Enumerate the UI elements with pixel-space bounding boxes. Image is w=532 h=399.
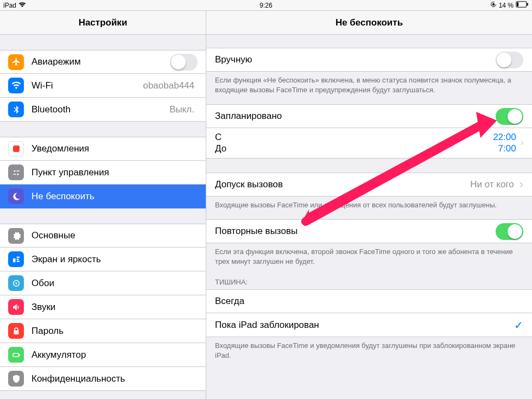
wifi-network-value: obaobab444 xyxy=(143,80,194,91)
status-bar: iPad 9:26 14 % xyxy=(0,0,532,11)
sidebar-item-airplane[interactable]: Авиарежим xyxy=(0,50,206,74)
sidebar-item-battery[interactable]: Аккумулятор xyxy=(0,343,206,367)
sidebar-item-label: Экран и яркость xyxy=(31,254,101,265)
sidebar-item-bluetooth[interactable]: Bluetooth Выкл. xyxy=(0,98,206,122)
sidebar-item-notifications[interactable]: Уведомления xyxy=(0,137,206,161)
manual-row[interactable]: Вручную xyxy=(206,48,532,72)
bluetooth-value: Выкл. xyxy=(169,104,194,115)
sidebar-item-label: Звуки xyxy=(31,302,55,313)
settings-sidebar: Настройки Авиарежим Wi-Fi obaobab444 xyxy=(0,11,206,399)
wifi-app-icon xyxy=(8,78,24,93)
manual-note: Если функция «Не беспокоить» включена, в… xyxy=(206,72,532,94)
svg-rect-8 xyxy=(13,174,16,175)
sidebar-item-label: Не беспокоить xyxy=(31,191,94,202)
manual-toggle[interactable] xyxy=(496,52,523,68)
repeated-calls-note: Если эта функция включена, второй звонок… xyxy=(206,243,532,266)
silence-always-label: Всегда xyxy=(215,296,244,307)
sidebar-item-label: Пункт управления xyxy=(31,167,109,178)
silence-header: ТИШИНА: xyxy=(206,278,532,289)
scheduled-toggle[interactable] xyxy=(496,108,523,125)
svg-point-7 xyxy=(17,173,18,175)
sidebar-item-privacy[interactable]: Конфиденциальность xyxy=(0,367,206,391)
battery-icon xyxy=(516,1,529,9)
notifications-icon xyxy=(8,141,24,157)
scheduled-row[interactable]: Запланировано xyxy=(206,104,532,128)
sidebar-item-label: Основные xyxy=(31,230,75,241)
sidebar-item-wallpaper[interactable]: Обои xyxy=(0,271,206,295)
moon-icon xyxy=(8,188,24,204)
svg-rect-12 xyxy=(13,353,19,357)
from-time: 22:00 xyxy=(493,131,516,143)
svg-point-11 xyxy=(15,282,17,284)
sidebar-title: Настройки xyxy=(0,11,206,35)
schedule-time-row[interactable]: С До 22:00 7:00 › xyxy=(206,128,532,159)
checkmark-icon: ✓ xyxy=(514,319,523,332)
detail-title: Не беспокоить xyxy=(206,11,532,35)
sidebar-item-general[interactable]: Основные xyxy=(0,224,206,248)
bluetooth-icon xyxy=(8,102,24,117)
sidebar-item-label: Bluetooth xyxy=(31,104,71,115)
allow-calls-note: Входящие вызовы FaceTime или сообщения о… xyxy=(206,197,532,210)
allow-calls-value: Ни от кого xyxy=(470,179,514,190)
sidebar-item-sounds[interactable]: Звуки xyxy=(0,295,206,319)
repeated-calls-toggle[interactable] xyxy=(496,223,523,240)
chevron-right-icon: › xyxy=(521,138,523,148)
battery-app-icon xyxy=(8,347,24,363)
airplane-toggle[interactable] xyxy=(170,54,198,71)
display-icon xyxy=(8,251,24,267)
sidebar-item-label: Авиарежим xyxy=(31,56,81,67)
sidebar-item-dnd[interactable]: Не беспокоить xyxy=(0,185,206,208)
svg-rect-13 xyxy=(19,354,20,356)
silence-locked-row[interactable]: Пока iPad заблокирован ✓ xyxy=(206,313,532,337)
status-time: 9:26 xyxy=(259,2,272,9)
svg-point-5 xyxy=(14,170,15,172)
sidebar-item-control-center[interactable]: Пункт управления xyxy=(0,161,206,185)
to-label: До xyxy=(215,143,226,154)
sidebar-item-label: Обои xyxy=(31,278,54,289)
chevron-right-icon: › xyxy=(520,179,523,191)
silence-note: Входящие вызовы FaceTime и уведомления б… xyxy=(206,337,532,360)
repeated-calls-row[interactable]: Повторные вызовы xyxy=(206,219,532,243)
wifi-icon xyxy=(18,2,26,9)
sidebar-item-wifi[interactable]: Wi-Fi obaobab444 xyxy=(0,74,206,98)
wallpaper-icon xyxy=(8,275,24,291)
svg-rect-3 xyxy=(517,2,518,7)
allow-calls-row[interactable]: Допуск вызовов Ни от кого › xyxy=(206,173,532,197)
device-label: iPad xyxy=(3,2,16,9)
scheduled-label: Запланировано xyxy=(215,111,282,122)
from-label: С xyxy=(215,131,226,143)
airplane-icon xyxy=(8,54,24,70)
sounds-icon xyxy=(8,299,24,315)
manual-label: Вручную xyxy=(215,54,252,65)
svg-rect-6 xyxy=(16,170,20,172)
sidebar-item-label: Конфиденциальность xyxy=(31,373,125,384)
lock-icon xyxy=(8,323,24,339)
repeated-calls-label: Повторные вызовы xyxy=(215,226,297,237)
orientation-lock-icon xyxy=(490,1,497,9)
control-center-icon xyxy=(8,164,24,180)
dnd-detail-pane: Не беспокоить Вручную Если функция «Не б… xyxy=(206,11,532,399)
svg-rect-2 xyxy=(527,3,528,5)
allow-calls-label: Допуск вызовов xyxy=(215,179,283,190)
battery-percent: 14 % xyxy=(499,2,514,9)
silence-always-row[interactable]: Всегда xyxy=(206,289,532,313)
silence-locked-label: Пока iPad заблокирован xyxy=(215,320,319,331)
gear-icon xyxy=(8,228,24,244)
sidebar-item-label: Уведомления xyxy=(31,143,89,154)
svg-rect-9 xyxy=(13,258,16,262)
to-time: 7:00 xyxy=(498,143,516,154)
sidebar-item-passcode[interactable]: Пароль xyxy=(0,319,206,343)
sidebar-item-display[interactable]: Экран и яркость xyxy=(0,248,206,271)
svg-rect-4 xyxy=(13,145,20,152)
sidebar-item-label: Пароль xyxy=(31,326,64,337)
sidebar-item-label: Аккумулятор xyxy=(31,350,86,360)
privacy-icon xyxy=(8,371,24,387)
sidebar-item-label: Wi-Fi xyxy=(31,80,53,91)
